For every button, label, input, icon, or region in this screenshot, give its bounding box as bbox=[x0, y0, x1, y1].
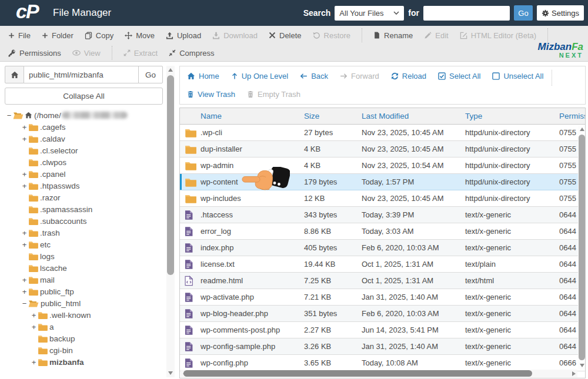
copy-button[interactable]: Copy bbox=[85, 31, 113, 40]
tree-item-mail[interactable]: +mail bbox=[5, 274, 163, 286]
tree-item-razor[interactable]: .razor bbox=[5, 192, 163, 203]
search-scope-select[interactable]: All Your Files bbox=[335, 6, 404, 21]
file-row-error-log[interactable]: error_log8.86 KBToday, 3:03 AMtext/x-gen… bbox=[180, 223, 585, 240]
tree-item-cagefs[interactable]: +.cagefs bbox=[5, 121, 163, 133]
tree-item-subaccounts[interactable]: .subaccounts bbox=[5, 215, 163, 227]
expand-icon[interactable]: + bbox=[31, 311, 37, 320]
tree-item-public-html[interactable]: −public_html bbox=[5, 297, 163, 309]
table-vscroll-thumb[interactable] bbox=[579, 135, 585, 360]
tree-item-a[interactable]: +a bbox=[5, 321, 163, 333]
file-row-wp-blog-header-php[interactable]: wp-blog-header.php351 bytesFeb 6, 2020, … bbox=[180, 306, 585, 322]
table-scroll-up-arrow[interactable] bbox=[578, 125, 586, 133]
view-trash-button[interactable]: View Trash bbox=[187, 90, 235, 99]
up-one-level-button[interactable]: Up One Level bbox=[231, 72, 289, 81]
toolbar-separator bbox=[362, 28, 362, 42]
scroll-down-arrow[interactable] bbox=[166, 369, 175, 377]
column-header-name[interactable]: Name bbox=[201, 112, 304, 120]
table-hscroll-thumb[interactable] bbox=[183, 370, 532, 377]
tree-item-well-known[interactable]: +.well-known bbox=[5, 309, 163, 321]
permissions-button[interactable]: Permissions bbox=[8, 49, 61, 58]
tree-item-home[interactable]: −(/home/ bbox=[5, 109, 163, 121]
file-row-wp-activate-php[interactable]: wp-activate.php7.21 KBJan 31, 2025, 1:40… bbox=[180, 289, 585, 306]
file-button[interactable]: File bbox=[8, 31, 31, 40]
tree-item-trash[interactable]: +.trash bbox=[5, 227, 163, 239]
folder-button[interactable]: Folder bbox=[42, 31, 74, 40]
file-row-license-txt[interactable]: license.txt19.44 KBOct 1, 2025, 1:31 AMt… bbox=[180, 256, 585, 273]
unselect-all-button[interactable]: Unselect All bbox=[492, 72, 543, 81]
tree-item-mizbanfa[interactable]: +mizbanfa bbox=[5, 356, 163, 368]
home-button[interactable]: Home bbox=[187, 72, 219, 81]
compress-button[interactable]: Compress bbox=[169, 49, 214, 58]
column-header-type[interactable]: Type bbox=[465, 112, 559, 120]
file-row-dup-installer[interactable]: dup-installer4 KBNov 23, 2025, 10:45 AMh… bbox=[180, 141, 585, 157]
unselect-all-label: Unselect All bbox=[503, 72, 543, 81]
tree-item-caldav[interactable]: +.caldav bbox=[5, 133, 163, 145]
column-header-size[interactable]: Size bbox=[304, 112, 362, 120]
upload-button[interactable]: Upload bbox=[166, 31, 201, 40]
path-input[interactable] bbox=[24, 66, 139, 83]
search-area: Search All Your Files for Go Settings bbox=[303, 5, 584, 21]
expand-icon[interactable]: + bbox=[21, 287, 28, 296]
file-row-readme-html[interactable]: readme.html7.25 KBOct 1, 2025, 1:31 AMte… bbox=[180, 273, 585, 289]
expand-icon[interactable]: + bbox=[21, 170, 28, 179]
expand-icon[interactable]: + bbox=[31, 358, 37, 367]
tree-item-backup[interactable]: backup bbox=[5, 333, 163, 344]
delete-button[interactable]: Delete bbox=[269, 31, 302, 40]
select-all-button[interactable]: Select All bbox=[438, 72, 480, 81]
file-row-htaccess[interactable]: .htaccess343 bytesToday, 3:39 PMtext/x-g… bbox=[180, 207, 585, 223]
expand-icon[interactable]: + bbox=[21, 135, 28, 143]
eye-icon bbox=[72, 49, 81, 57]
file-row-index-php[interactable]: index.php405 bytesFeb 6, 2020, 10:03 AMt… bbox=[180, 240, 585, 256]
collapse-all-button[interactable]: Collapse All bbox=[5, 88, 163, 105]
collapse-icon[interactable]: − bbox=[6, 111, 12, 120]
expand-icon[interactable]: + bbox=[21, 182, 28, 190]
file-row-wp-admin[interactable]: wp-admin4 KBNov 23, 2025, 10:54 AMhttpd/… bbox=[180, 157, 585, 174]
table-vertical-scrollbar[interactable] bbox=[578, 125, 585, 370]
back-button[interactable]: Back bbox=[300, 72, 328, 81]
reload-button[interactable]: Reload bbox=[391, 72, 426, 81]
move-button[interactable]: Move bbox=[125, 31, 155, 40]
column-header-permissions[interactable]: Permissions bbox=[559, 112, 585, 120]
tree-item-logs[interactable]: logs bbox=[5, 250, 163, 262]
settings-button[interactable]: Settings bbox=[537, 5, 584, 21]
table-scroll-right-arrow[interactable] bbox=[570, 370, 577, 377]
file-row-wp-config-sample-php[interactable]: wp-config-sample.php3.26 KBJan 31, 2025,… bbox=[180, 338, 585, 355]
tree-item-lscache[interactable]: lscache bbox=[5, 262, 163, 274]
tree-item-cl-selector[interactable]: .cl.selector bbox=[5, 145, 163, 156]
table-scroll-down-arrow[interactable] bbox=[578, 361, 586, 370]
file-row-wp-cli[interactable]: .wp-cli27 bytesNov 23, 2025, 10:45 AMhtt… bbox=[180, 125, 585, 141]
path-go-button[interactable]: Go bbox=[138, 66, 163, 83]
search-go-button[interactable]: Go bbox=[514, 5, 533, 21]
file-row-wp-comments-post-php[interactable]: wp-comments-post.php2.27 KBJun 14, 2023,… bbox=[180, 322, 585, 338]
tree-item-spamassassin[interactable]: .spamassassin bbox=[5, 203, 163, 215]
collapse-icon[interactable]: − bbox=[21, 299, 28, 308]
scroll-up-arrow[interactable] bbox=[166, 66, 175, 74]
unselect-all-icon bbox=[492, 72, 500, 80]
sidebar-scrollbar[interactable] bbox=[166, 66, 175, 377]
table-horizontal-scrollbar[interactable] bbox=[181, 370, 577, 377]
gear-icon bbox=[542, 9, 549, 17]
file-row-wp-content[interactable]: wp-content179 bytesToday, 1:57 PMhttpd/u… bbox=[180, 174, 585, 190]
sidebar-scrollbar-thumb[interactable] bbox=[167, 75, 174, 275]
expand-icon[interactable]: + bbox=[21, 229, 28, 237]
tree-label: lscache bbox=[40, 264, 67, 273]
tree-label: .spamassassin bbox=[40, 205, 92, 214]
sidebar-home-button[interactable] bbox=[5, 66, 24, 83]
tree-item-htpasswds[interactable]: +.htpasswds bbox=[5, 180, 163, 192]
folder-icon bbox=[28, 135, 38, 143]
tree-item-clwpos[interactable]: .clwpos bbox=[5, 156, 163, 168]
tree-item-public-ftp[interactable]: +public_ftp bbox=[5, 286, 163, 297]
tree-item-cpanel[interactable]: +.cpanel bbox=[5, 168, 163, 180]
file-row-wp-config-php[interactable]: wp-config.php3.65 KBToday, 10:08 AMtext/… bbox=[180, 355, 585, 371]
tree-item-cgi-bin[interactable]: cgi-bin bbox=[5, 344, 163, 356]
cell-modified: Today, 3:03 AM bbox=[362, 227, 465, 236]
tree-item-etc[interactable]: +etc bbox=[5, 239, 163, 250]
expand-icon[interactable]: + bbox=[31, 323, 37, 331]
expand-icon[interactable]: + bbox=[21, 276, 28, 284]
rename-button[interactable]: Rename bbox=[373, 31, 413, 40]
file-row-wp-includes[interactable]: wp-includes12 KBNov 23, 2025, 10:45 AMht… bbox=[180, 190, 585, 207]
search-input[interactable] bbox=[423, 6, 510, 21]
column-header-last-modified[interactable]: Last Modified bbox=[362, 112, 465, 120]
expand-icon[interactable]: + bbox=[21, 240, 28, 249]
expand-icon[interactable]: + bbox=[21, 123, 28, 132]
